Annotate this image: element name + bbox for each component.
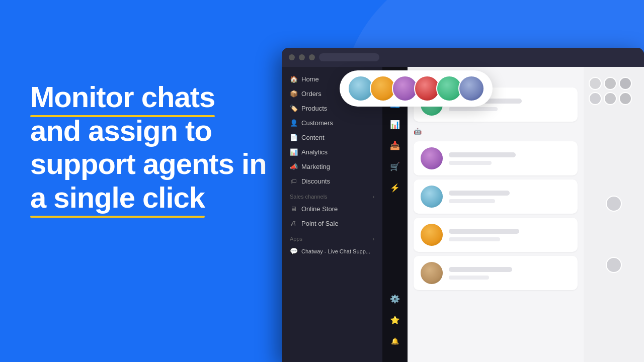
sidebar-item-analytics[interactable]: 📊 Analytics	[282, 145, 382, 159]
android-header: 🤖	[414, 126, 578, 137]
chat-row-3[interactable]	[414, 179, 578, 214]
chat-msg-bar-1	[449, 107, 498, 111]
hero-title: Monitor chats and assign to support agen…	[30, 80, 312, 215]
sidebar-item-marketing[interactable]: 📣 Marketing	[282, 159, 382, 174]
icon-strip-bottom: ⚙️ ⭐ 🔔	[386, 290, 404, 356]
sidebar-item-content[interactable]: 📄 Content	[282, 130, 382, 145]
orders-icon: 📦	[290, 90, 297, 98]
marketing-icon: 📣	[290, 163, 297, 170]
mockup-body: 🏠 Home 📦 Orders 🏷️ Products 👤 Customers …	[282, 67, 644, 362]
sales-channels-arrow: ›	[373, 194, 374, 200]
icon-strip-star[interactable]: ⭐	[386, 311, 404, 329]
hero-line3: support agents in	[30, 147, 267, 180]
more-agent-1	[589, 77, 602, 90]
more-agent-5	[604, 92, 617, 105]
pos-icon: 🖨	[290, 220, 297, 227]
chat-row-5[interactable]	[414, 256, 578, 290]
sidebar-item-chatway[interactable]: 💬 Chatway - Live Chat Supp...	[282, 244, 382, 258]
chat-info-2	[449, 152, 571, 165]
content-icon: 📄	[290, 134, 297, 141]
chat-info-3	[449, 191, 571, 203]
chat-info-4	[449, 229, 571, 241]
more-agent-3	[619, 77, 632, 90]
customers-icon: 👤	[290, 119, 297, 127]
topbar-dot-2	[299, 54, 305, 60]
settings-gear-icon: ⚙️	[390, 294, 400, 304]
sidebar-item-point-of-sale[interactable]: 🖨 Point of Sale	[282, 216, 382, 231]
chat-msg-bar-5	[449, 276, 489, 280]
chat-row-2[interactable]	[414, 141, 578, 175]
sidebar-item-online-store[interactable]: 🖥 Online Store	[282, 202, 382, 216]
more-agent-4	[589, 92, 602, 105]
topbar-dot-3	[309, 54, 315, 60]
chat-avatar-3	[421, 186, 443, 208]
topbar-address-bar[interactable]	[319, 53, 379, 61]
agent-popup[interactable]	[340, 70, 493, 107]
chat-list[interactable]: 🍎 🤖	[408, 67, 584, 362]
shopping-icon: 🛒	[390, 162, 400, 171]
topbar-dot-1	[289, 54, 295, 60]
products-icon: 🏷️	[290, 105, 297, 112]
chat-name-bar-3	[449, 191, 510, 196]
chat-avatar-4	[421, 224, 443, 246]
more-agents	[589, 72, 639, 105]
hero-line2: and assign to	[30, 114, 212, 147]
chat-name-bar-4	[449, 229, 519, 234]
icon-strip-settings[interactable]: ⚙️	[386, 290, 404, 308]
mockup-topbar	[282, 48, 644, 67]
notification-icon: 🔔	[391, 337, 399, 345]
chat-info-5	[449, 267, 571, 280]
more-agent-2	[604, 77, 617, 90]
hero-line1: Monitor chats	[30, 80, 215, 114]
icon-strip: 💬 👥 📊 📥 🛒 ⚡ ⚙️ ⭐	[382, 67, 408, 362]
chat-msg-bar-2	[449, 161, 492, 165]
chat-name-bar-5	[449, 267, 512, 272]
chat-msg-bar-4	[449, 237, 500, 241]
star-icon: ⭐	[390, 315, 400, 325]
chat-avatar-5	[421, 262, 443, 284]
agent-avatar-6[interactable]	[458, 75, 485, 102]
lightning-icon: ⚡	[390, 183, 400, 193]
sales-channels-label: Sales channels ›	[282, 189, 382, 202]
home-icon: 🏠	[290, 75, 297, 83]
assign-circle-1	[606, 196, 622, 212]
inbox-icon: 📥	[390, 141, 400, 150]
discounts-icon: 🏷	[290, 177, 297, 185]
chat-msg-bar-3	[449, 199, 495, 203]
sidebar-item-discounts[interactable]: 🏷 Discounts	[282, 174, 382, 189]
apps-label: Apps ›	[282, 231, 382, 244]
chat-avatar-2	[421, 147, 443, 169]
chatway-icon: 💬	[290, 247, 297, 255]
icon-strip-analytics[interactable]: 📊	[386, 115, 404, 133]
hero-line4: a single click	[30, 181, 205, 215]
chat-name-bar-2	[449, 152, 516, 157]
icon-strip-lightning[interactable]: ⚡	[386, 178, 404, 197]
chat-row-4[interactable]	[414, 218, 578, 252]
sidebar-item-customers[interactable]: 👤 Customers	[282, 116, 382, 130]
analytics-icon: 📊	[290, 148, 297, 156]
app-mockup: 🏠 Home 📦 Orders 🏷️ Products 👤 Customers …	[282, 48, 644, 362]
android-icon: 🤖	[414, 128, 422, 135]
online-store-icon: 🖥	[290, 205, 297, 213]
apps-arrow: ›	[373, 236, 374, 242]
right-panel	[584, 67, 644, 362]
hero-section: Monitor chats and assign to support agen…	[30, 80, 312, 215]
bar-chart-icon: 📊	[390, 120, 400, 129]
more-agent-6	[619, 92, 632, 105]
shopify-sidebar: 🏠 Home 📦 Orders 🏷️ Products 👤 Customers …	[282, 67, 382, 362]
icon-strip-notify[interactable]: 🔔	[386, 332, 404, 350]
icon-strip-shop[interactable]: 🛒	[386, 157, 404, 175]
icon-strip-inbox[interactable]: 📥	[386, 136, 404, 154]
assign-circle-2	[606, 257, 622, 273]
